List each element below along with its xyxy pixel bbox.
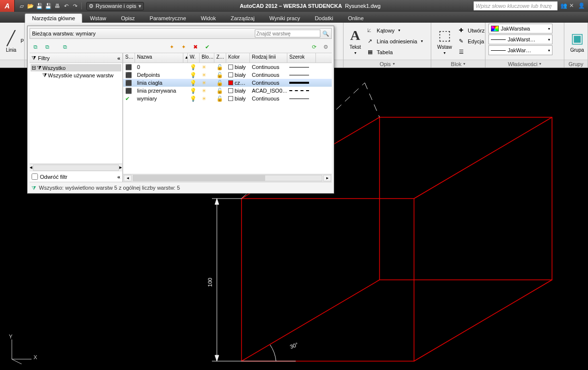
layer-name[interactable]: linia ciagla	[135, 80, 183, 86]
new-icon[interactable]: ▱	[18, 2, 26, 10]
on-toggle[interactable]: 💡	[188, 96, 200, 102]
tab-home[interactable]: Narzędzia główne	[25, 13, 82, 23]
col-lock[interactable]: Z…	[214, 53, 226, 63]
search-icon[interactable]: 🔍	[322, 31, 329, 37]
status-icon[interactable]: ⬛	[123, 88, 135, 94]
refresh-icon[interactable]: ⟳	[310, 43, 318, 51]
status-icon[interactable]: ✔	[123, 96, 135, 102]
tab-annotate[interactable]: Opisz	[113, 13, 142, 23]
tab-insert[interactable]: Wstaw	[82, 13, 113, 23]
lineweight-cell[interactable]	[287, 82, 316, 84]
color-cell[interactable]: biały	[226, 88, 250, 94]
table-button[interactable]: ▦Tabela	[366, 47, 425, 57]
help-search-input[interactable]: Wpisz słowo kluczowe lub frazę	[474, 1, 557, 10]
lock-toggle[interactable]: 🔓	[214, 72, 226, 78]
tab-parametric[interactable]: Parametryczne	[142, 13, 194, 23]
layer-name[interactable]: 0	[135, 64, 183, 70]
create-block-button[interactable]: ✚Utwórz	[457, 26, 486, 35]
linetype-cell[interactable]: Continuous	[250, 96, 287, 101]
group-button[interactable]: ▣ Grupa	[567, 29, 587, 54]
col-color[interactable]: Kolor	[226, 53, 250, 63]
saveas-icon[interactable]: 💾	[44, 2, 52, 10]
undo-icon[interactable]: ↶	[62, 2, 70, 10]
layer-name[interactable]: linia przerywana	[135, 88, 183, 94]
new-filter-icon[interactable]: ⧉	[32, 43, 39, 51]
col-lineweight[interactable]: Szerok	[287, 53, 316, 63]
on-toggle[interactable]: 💡	[188, 72, 200, 78]
settings-icon[interactable]: ⚙	[322, 43, 330, 51]
layer-row[interactable]: ⬛linia przerywana💡☀🔓białyACAD_ISO0…	[123, 87, 332, 95]
redo-icon[interactable]: ↷	[71, 2, 79, 10]
col-freeze[interactable]: Blo…	[200, 53, 214, 63]
freeze-toggle[interactable]: ☀	[200, 96, 214, 102]
chevron-down-icon[interactable]: ▾	[539, 62, 541, 66]
on-toggle[interactable]: 💡	[188, 88, 200, 94]
text-button[interactable]: A Tekst ▾	[346, 27, 364, 56]
color-cell[interactable]: biały	[226, 72, 250, 78]
freeze-toggle[interactable]: ☀	[200, 80, 214, 86]
collapse-invert-icon[interactable]: «	[117, 174, 120, 180]
delete-layer-icon[interactable]: ✖	[192, 43, 200, 51]
block-attr-button[interactable]: ☰	[457, 47, 486, 57]
save-icon[interactable]: 💾	[35, 2, 43, 10]
freeze-toggle[interactable]: ☀	[200, 88, 214, 94]
col-status[interactable]: S…	[123, 53, 135, 63]
workspace-combo[interactable]: ⚙ Rysowanie i opis ▾	[86, 2, 144, 10]
new-layer-freeze-icon[interactable]: ✦	[180, 43, 188, 51]
lineweight-combo[interactable]: JakWarst…▾	[488, 34, 553, 44]
layer-name[interactable]: wymiary	[135, 96, 183, 101]
signin-icon[interactable]: 👤	[578, 2, 585, 9]
tab-manage[interactable]: Zarządzaj	[223, 13, 262, 23]
layers-grid[interactable]: ⬛0💡☀🔓białyContinuous⬛Defpoints💡☀🔓białyCo…	[123, 63, 332, 174]
collapse-filters-icon[interactable]: «	[117, 55, 120, 61]
insert-block-button[interactable]: ⬚ Wstaw ▾	[434, 26, 455, 56]
lineweight-cell[interactable]	[287, 99, 316, 99]
edit-block-button[interactable]: ✎Edycja	[457, 36, 486, 46]
layer-row[interactable]: ⬛linia ciagla💡☀🔓cz…Continuous	[123, 79, 332, 87]
polyline-button[interactable]: P	[21, 38, 23, 44]
layer-row[interactable]: ⬛0💡☀🔓białyContinuous	[123, 63, 332, 71]
lineweight-cell[interactable]	[287, 67, 316, 67]
on-toggle[interactable]: 💡	[188, 64, 200, 70]
layer-name[interactable]: Defpoints	[135, 72, 183, 78]
col-on[interactable]: W.	[188, 53, 200, 63]
freeze-toggle[interactable]: ☀	[200, 72, 214, 78]
open-icon[interactable]: 📂	[27, 2, 35, 10]
tab-addins[interactable]: Dodatki	[308, 13, 341, 23]
col-linetype[interactable]: Rodzaj linii	[250, 53, 287, 63]
color-cell[interactable]: biały	[226, 96, 250, 101]
layer-search-input[interactable]	[255, 30, 320, 37]
lock-toggle[interactable]: 🔓	[214, 96, 226, 102]
color-cell[interactable]: biały	[226, 64, 250, 70]
new-group-icon[interactable]: ⧉	[43, 43, 51, 51]
infocenter-icon[interactable]: 👥	[560, 2, 567, 9]
status-icon[interactable]: ⬛	[123, 72, 135, 78]
status-icon[interactable]: ⬛	[123, 64, 135, 70]
filter-used[interactable]: ⧩Wszystkie używane warstw	[31, 71, 121, 79]
new-layer-icon[interactable]: ✦	[168, 43, 176, 51]
filter-all[interactable]: ⊟⧩Wszystko	[31, 64, 121, 71]
chevron-down-icon[interactable]: ▾	[463, 62, 465, 66]
print-icon[interactable]: 🖶	[53, 2, 61, 10]
layer-states-icon[interactable]: ⧉	[61, 43, 69, 51]
tab-online[interactable]: Online	[341, 13, 371, 23]
filters-hscroll[interactable]: ◂▸	[30, 164, 122, 171]
linetype-cell[interactable]: ACAD_ISO0…	[250, 88, 287, 94]
set-current-icon[interactable]: ✔	[204, 43, 211, 51]
freeze-toggle[interactable]: ☀	[200, 64, 214, 70]
linetype-cell[interactable]: Continuous	[250, 80, 287, 86]
layers-hscroll[interactable]: ◂▸	[123, 174, 332, 182]
invert-filter-checkbox[interactable]	[32, 173, 38, 180]
linetype-cell[interactable]: Continuous	[250, 64, 287, 70]
dim-angular-button[interactable]: ⟀Kątowy▾	[366, 26, 425, 35]
tab-view[interactable]: Widok	[194, 13, 224, 23]
lock-toggle[interactable]: 🔓	[214, 80, 226, 86]
color-cell[interactable]: cz…	[226, 80, 250, 86]
lineweight-cell[interactable]	[287, 90, 316, 91]
color-combo[interactable]: JakWarstwa▾	[488, 24, 553, 34]
lock-toggle[interactable]: 🔓	[214, 88, 226, 94]
on-toggle[interactable]: 💡	[188, 80, 200, 86]
exchange-icon[interactable]: ✕	[569, 2, 576, 9]
lock-toggle[interactable]: 🔓	[214, 64, 226, 70]
tab-output[interactable]: Wyniki pracy	[262, 13, 307, 23]
